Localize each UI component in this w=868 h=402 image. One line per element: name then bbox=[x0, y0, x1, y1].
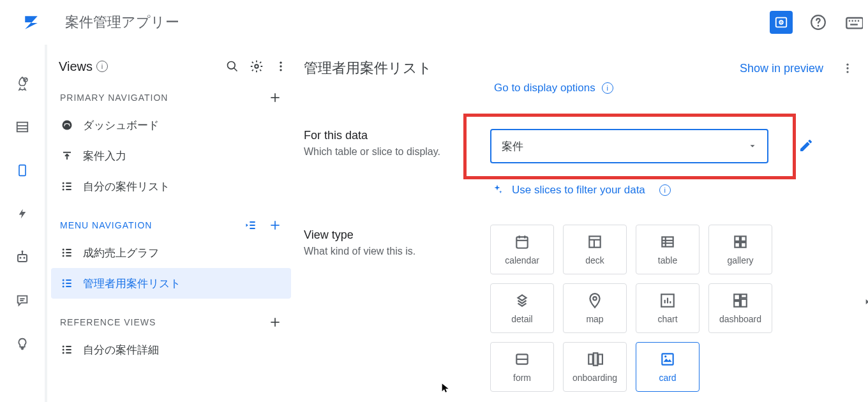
rail-automation-icon[interactable] bbox=[14, 249, 31, 265]
svg-point-48 bbox=[63, 252, 64, 254]
nav-item-sales-graph[interactable]: 成約売上グラフ bbox=[47, 237, 295, 268]
svg-point-53 bbox=[63, 279, 64, 281]
svg-point-69 bbox=[846, 71, 848, 73]
section-reference-views: REFERENCE VIEWS bbox=[47, 299, 295, 334]
section-primary-navigation: PRIMARY NAVIGATION bbox=[47, 74, 295, 110]
rail-actions-icon[interactable] bbox=[14, 205, 31, 222]
nav-item-my-list[interactable]: 自分の案件リスト bbox=[47, 171, 295, 202]
svg-rect-81 bbox=[735, 236, 740, 241]
view-type-label: form bbox=[513, 373, 531, 383]
svg-point-38 bbox=[63, 189, 64, 191]
svg-point-62 bbox=[63, 349, 64, 351]
view-type-deck[interactable]: deck bbox=[563, 225, 627, 274]
view-type-card[interactable]: card bbox=[636, 342, 700, 392]
nav-item-dashboard[interactable]: ダッシュボード bbox=[47, 110, 295, 140]
view-type-calendar[interactable]: calendar bbox=[490, 225, 554, 274]
upload-icon bbox=[60, 149, 74, 163]
nav-item-admin-list[interactable]: 管理者用案件リスト bbox=[51, 268, 291, 299]
use-slices-link[interactable]: Use slices to filter your data bbox=[512, 184, 645, 197]
nav-label: 成約売上グラフ bbox=[83, 246, 159, 260]
view-type-label: View type bbox=[304, 228, 490, 242]
search-icon[interactable] bbox=[225, 59, 240, 74]
left-rail bbox=[0, 45, 45, 402]
view-type-label: table bbox=[658, 255, 677, 265]
views-info-icon[interactable]: i bbox=[96, 61, 108, 72]
rail-chat-icon[interactable] bbox=[14, 292, 31, 309]
svg-rect-77 bbox=[662, 237, 673, 246]
svg-point-33 bbox=[64, 124, 66, 125]
more-icon[interactable] bbox=[273, 59, 288, 74]
detail-more-icon[interactable] bbox=[840, 61, 855, 76]
app-title: 案件管理アプリー bbox=[65, 13, 770, 32]
svg-point-67 bbox=[846, 64, 848, 66]
view-type-label: calendar bbox=[505, 255, 539, 265]
table-icon bbox=[659, 234, 676, 250]
detail-icon bbox=[514, 292, 530, 309]
svg-point-26 bbox=[255, 64, 258, 68]
form-icon bbox=[514, 351, 530, 368]
scroll-right-icon[interactable] bbox=[863, 297, 868, 306]
svg-point-27 bbox=[280, 62, 281, 64]
help-button[interactable] bbox=[808, 12, 828, 33]
go-to-display-options-link[interactable]: Go to display options i bbox=[494, 82, 613, 94]
rail-tips-icon[interactable] bbox=[14, 336, 31, 352]
detail-panel: 管理者用案件リスト Show in preview Go to display … bbox=[295, 45, 868, 402]
svg-point-85 bbox=[593, 297, 596, 300]
svg-line-25 bbox=[234, 68, 237, 71]
keyboard-button[interactable] bbox=[844, 12, 864, 33]
data-source-select[interactable]: 案件 bbox=[490, 129, 768, 163]
svg-point-100 bbox=[664, 355, 666, 357]
list-icon bbox=[60, 246, 74, 260]
info-icon[interactable]: i bbox=[659, 184, 671, 196]
svg-point-54 bbox=[63, 283, 64, 285]
indent-icon[interactable] bbox=[244, 218, 258, 232]
svg-rect-92 bbox=[741, 299, 747, 307]
info-icon[interactable]: i bbox=[602, 82, 613, 94]
view-type-form[interactable]: form bbox=[490, 342, 554, 392]
edit-source-button[interactable] bbox=[798, 138, 814, 153]
svg-rect-98 bbox=[598, 354, 602, 364]
nav-label: 自分の案件リスト bbox=[83, 179, 170, 194]
svg-rect-83 bbox=[735, 242, 740, 248]
preview-toggle-button[interactable] bbox=[770, 11, 793, 34]
view-type-map[interactable]: map bbox=[563, 283, 627, 333]
views-title: Views bbox=[59, 59, 93, 74]
view-type-detail[interactable]: detail bbox=[490, 283, 554, 333]
svg-point-4 bbox=[818, 25, 819, 27]
section-menu-navigation: MENU NAVIGATION bbox=[47, 202, 295, 237]
svg-rect-10 bbox=[850, 24, 858, 25]
rail-rocket-icon[interactable] bbox=[14, 75, 31, 92]
list-icon bbox=[60, 179, 74, 193]
view-type-dashboard[interactable]: dashboard bbox=[708, 283, 772, 333]
add-menu-view-button[interactable] bbox=[268, 218, 282, 232]
data-source-value: 案件 bbox=[502, 139, 523, 154]
view-type-table[interactable]: table bbox=[636, 225, 700, 274]
add-reference-view-button[interactable] bbox=[268, 315, 282, 329]
nav-item-input[interactable]: 案件入力 bbox=[47, 140, 295, 171]
svg-point-55 bbox=[63, 286, 64, 288]
svg-rect-90 bbox=[734, 294, 740, 300]
svg-rect-97 bbox=[594, 353, 598, 366]
chevron-down-icon bbox=[748, 142, 757, 151]
rail-views-icon[interactable] bbox=[14, 162, 31, 179]
settings-icon[interactable] bbox=[249, 59, 264, 74]
appsheet-logo bbox=[23, 14, 40, 31]
svg-point-29 bbox=[280, 69, 281, 71]
nav-label: 案件入力 bbox=[83, 149, 126, 163]
view-type-label: card bbox=[659, 373, 676, 383]
svg-rect-5 bbox=[846, 18, 863, 28]
view-type-chart[interactable]: chart bbox=[636, 283, 700, 333]
chart-icon bbox=[659, 292, 676, 309]
nav-item-my-detail[interactable]: 自分の案件詳細 bbox=[47, 334, 295, 365]
svg-point-32 bbox=[63, 121, 72, 130]
view-type-gallery[interactable]: gallery bbox=[708, 225, 772, 274]
svg-point-21 bbox=[22, 251, 24, 253]
show-in-preview-link[interactable]: Show in preview bbox=[740, 62, 823, 75]
map-icon bbox=[587, 292, 603, 309]
rail-data-icon[interactable] bbox=[14, 119, 31, 135]
svg-rect-82 bbox=[741, 236, 746, 241]
list-icon bbox=[60, 343, 74, 357]
view-type-label: deck bbox=[585, 255, 604, 265]
view-type-onboarding[interactable]: onboarding bbox=[563, 342, 627, 392]
add-primary-view-button[interactable] bbox=[268, 91, 282, 105]
